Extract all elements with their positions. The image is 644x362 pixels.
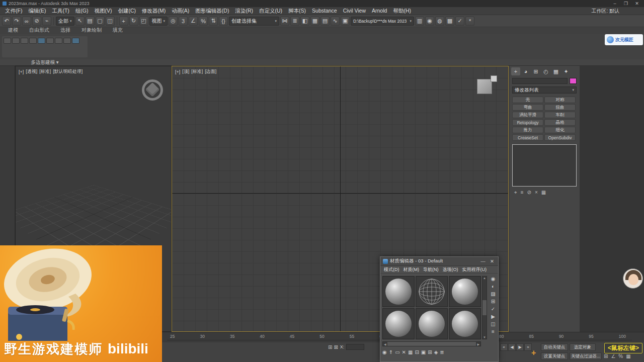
material-slot[interactable] [449, 276, 481, 307]
toolbar-icon[interactable]: + [119, 17, 128, 26]
modifier-button[interactable]: CreaseSet [512, 134, 543, 141]
stack-tool-icon[interactable]: × [535, 190, 538, 196]
command-panel-tab[interactable]: ▦ [551, 67, 560, 75]
material-slot-wireframe[interactable] [416, 276, 448, 307]
toolbar-icon[interactable]: ∠ [189, 17, 198, 26]
modifier-button[interactable]: 壳 [512, 97, 543, 103]
named-selection-set-field[interactable]: 创建选择集▾ [229, 17, 279, 26]
command-panel-tab[interactable]: ✦ [561, 67, 571, 75]
viewport-label-segment[interactable]: [默认明暗处理] [53, 68, 83, 75]
toolbar-icon[interactable]: {} [219, 17, 228, 26]
sample-tool-icon[interactable]: ▶ [491, 314, 495, 319]
playback-button[interactable]: ◀ [508, 343, 516, 351]
toolbar-icon[interactable]: ◉ [425, 17, 434, 26]
selected-filter-dropdown[interactable]: 选定对象 [570, 343, 596, 351]
viewport-label-segment[interactable]: [顶] [182, 68, 189, 75]
material-tool-icon[interactable]: ✕ [402, 349, 406, 355]
stack-tool-icon[interactable]: ≡ [521, 190, 524, 196]
toolbar-icon[interactable]: ▣ [341, 17, 350, 26]
stack-tool-icon[interactable]: ▦ [541, 190, 546, 196]
ribbon-mini-button[interactable] [55, 38, 62, 44]
menu-item[interactable]: 帮助(H) [390, 8, 414, 15]
menu-item[interactable]: 图形编辑器(D) [192, 8, 232, 15]
viewport-label-segment[interactable]: [标准] [39, 68, 51, 75]
toolbar-icon[interactable]: ▩ [445, 17, 454, 26]
menu-item[interactable]: 工具(T) [49, 8, 72, 15]
maximize-button[interactable]: ❐ [621, 1, 630, 6]
sample-tool-icon[interactable]: ◉ [491, 276, 496, 282]
menu-item[interactable]: 自定义(U) [256, 8, 285, 15]
snap-icon[interactable]: ▦ [626, 353, 630, 359]
selection-filter-dropdown[interactable]: 全部▾ [56, 17, 74, 26]
toolbar-icon[interactable]: ◎ [169, 17, 178, 26]
ribbon-mini-button[interactable] [4, 38, 11, 44]
snap-icon[interactable]: % [618, 353, 623, 359]
minimize-button[interactable]: – [610, 1, 619, 6]
viewport-label-segment[interactable]: [透视] [26, 68, 37, 75]
view-cube[interactable] [477, 75, 497, 96]
close-button[interactable]: ✕ [489, 258, 496, 264]
material-slot[interactable] [449, 308, 481, 339]
menu-item[interactable]: 组(G) [72, 8, 92, 15]
menu-item[interactable]: 文件(F) [2, 8, 25, 15]
material-tool-icon[interactable]: ⇑ [389, 349, 393, 355]
modifier-button[interactable]: 涡轮平滑 [512, 112, 543, 118]
snap-icon[interactable]: ⊞ [604, 353, 608, 359]
menu-item[interactable]: 修改器(M) [139, 8, 169, 15]
toolbar-icon[interactable]: ▢ [96, 17, 105, 26]
ribbon-mini-button[interactable] [63, 38, 71, 44]
viewport-label-segment[interactable]: [+] [175, 69, 180, 74]
snap-icon[interactable]: ∠ [611, 353, 615, 359]
sample-tool-icon[interactable]: ≡ [492, 329, 495, 334]
reference-coordinate-dropdown[interactable]: 视图▾ [149, 17, 168, 26]
scrollbar-thumb[interactable] [387, 342, 476, 346]
toolbar-icon[interactable]: ◫ [106, 17, 115, 26]
material-tool-icon[interactable]: ▭ [395, 349, 399, 355]
toolbar-icon[interactable]: * [465, 17, 474, 26]
scrollbar-thumb[interactable] [482, 300, 487, 315]
toolbar-icon[interactable]: ↖ [75, 17, 85, 26]
menu-item[interactable]: 模式(D) [382, 266, 401, 273]
material-tool-icon[interactable]: ≣ [440, 349, 444, 355]
material-editor-window[interactable]: 材质编辑器 - 03 - Default — ✕ 模式(D)材质(M)导航(N)… [380, 256, 499, 362]
sample-tool-icon[interactable]: ◐ [492, 284, 495, 289]
stack-tool-icon[interactable]: ⊘ [527, 190, 531, 196]
sample-tool-icon[interactable]: ⊞ [491, 299, 495, 304]
playback-button[interactable]: « [500, 343, 508, 351]
toolbar-icon[interactable]: 3 [179, 17, 188, 26]
material-tool-icon[interactable]: ▣ [421, 349, 426, 355]
auto-key-button[interactable]: 自动关键点 [541, 343, 568, 351]
modifier-button[interactable]: 晶格 [544, 119, 576, 126]
modifier-button[interactable]: 车削 [544, 112, 576, 118]
toolbar-icon[interactable]: ✓ [455, 17, 464, 26]
ribbon-tab[interactable]: 填充 [108, 26, 128, 34]
object-color-swatch[interactable] [570, 78, 577, 84]
ribbon-tab[interactable]: 自由形式 [24, 26, 54, 34]
material-editor-titlebar[interactable]: 材质编辑器 - 03 - Default — ✕ [380, 257, 498, 266]
modifier-button[interactable]: 对称 [544, 97, 576, 103]
menu-item[interactable]: 视图(V) [92, 8, 115, 15]
modifier-button[interactable]: 扭曲 [544, 104, 576, 111]
stack-tool-icon[interactable]: ⌖ [514, 190, 517, 196]
set-key-button[interactable]: 设置关键点 [541, 352, 568, 360]
toolbar-icon[interactable]: ▤ [320, 17, 330, 26]
menu-item[interactable]: 材质(M) [402, 266, 421, 273]
material-slot[interactable] [382, 276, 415, 307]
modifier-list-dropdown[interactable]: 修改器列表 ▾ [512, 86, 577, 94]
command-panel-tab[interactable]: ⊞ [531, 67, 540, 75]
ribbon-mini-button[interactable] [12, 38, 20, 44]
menu-item[interactable]: Civil View [340, 8, 369, 15]
ribbon-mini-button[interactable] [46, 38, 54, 44]
menu-item[interactable]: 实用程序(U) [461, 266, 489, 273]
toolbar-icon[interactable]: ▤ [86, 17, 95, 26]
playback-button[interactable]: ▶ [516, 343, 524, 351]
toolbar-icon[interactable]: ↻ [129, 17, 138, 26]
object-name-field[interactable] [512, 78, 568, 84]
ribbon-mini-button[interactable] [38, 38, 45, 44]
ribbon-tab[interactable]: 对象绘制 [76, 26, 107, 34]
toolbar-icon[interactable]: % [199, 17, 208, 26]
command-panel-tab[interactable]: ◕ [521, 67, 530, 75]
ribbon-mini-button[interactable] [21, 38, 28, 44]
modifier-button[interactable]: 推力 [512, 127, 543, 133]
modifier-stack[interactable] [512, 144, 577, 187]
